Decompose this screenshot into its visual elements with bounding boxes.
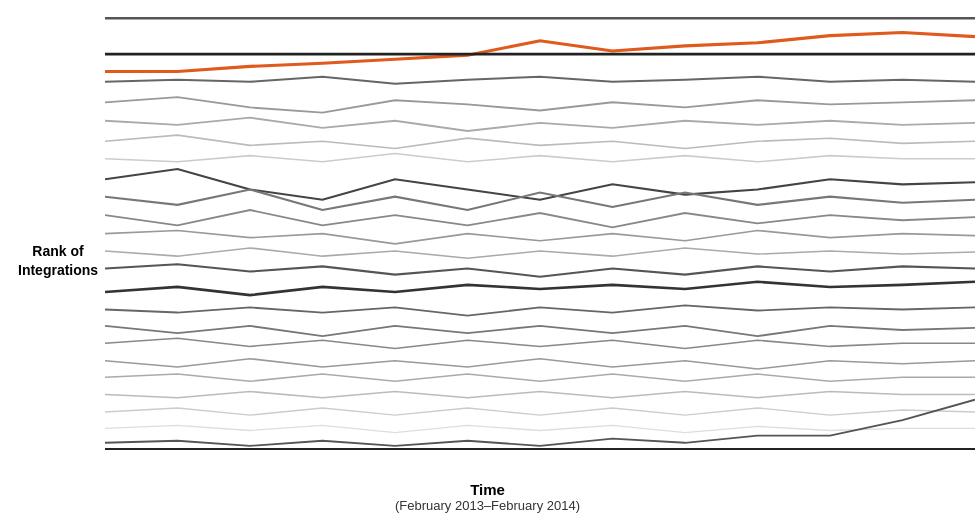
y-axis-label: Rank ofIntegrations	[18, 242, 98, 281]
x-axis-sub-label: (February 2013–February 2014)	[395, 498, 580, 513]
lines-svg	[105, 10, 975, 451]
chart-area: Salesforce.com Office 365 Box Google App…	[105, 10, 975, 451]
x-axis-main-label: Time	[395, 481, 580, 498]
chart-container: Rank ofIntegrations	[0, 0, 975, 531]
x-axis-title: Time (February 2013–February 2014)	[395, 481, 580, 513]
